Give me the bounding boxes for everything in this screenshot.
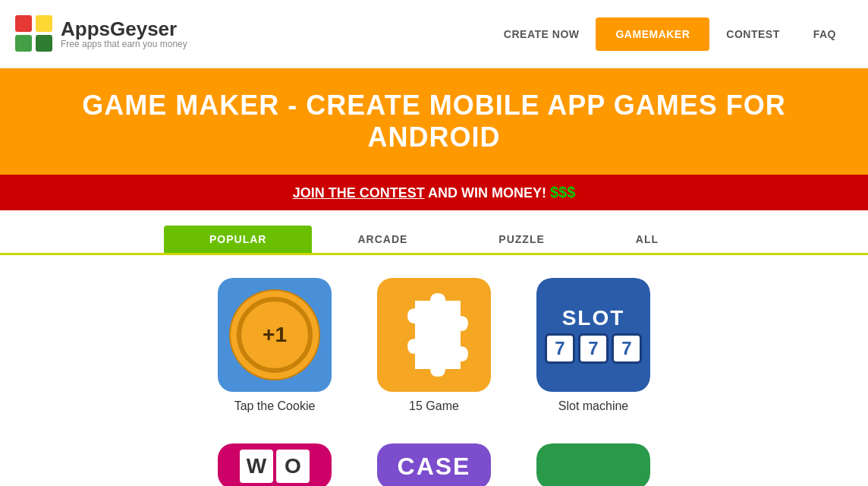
games-section: +1 Tap the Cookie 15 Game SLOT [0,255,868,486]
games-row-1: +1 Tap the Cookie 15 Game SLOT [61,278,807,413]
money-signs: $$$ [550,184,575,200]
hero-title: GAME MAKER - CREATE MOBILE APP GAMES FOR… [15,90,853,153]
game-icon-word: W O [218,443,332,486]
wo-bg: W O [218,443,332,486]
games-row-2: W O CASE [61,443,807,486]
logo: AppsGeyser Free apps that earn you money [15,15,187,53]
game-icon-fifteen [377,278,491,392]
tab-all[interactable]: ALL [590,226,704,253]
slot-num-3: 7 [612,333,642,364]
tab-arcade[interactable]: ARCADE [312,226,453,253]
nav-contest[interactable]: CONTEST [709,21,796,48]
slot-bg: SLOT 7 7 7 [536,278,650,392]
game-case[interactable]: CASE [377,443,491,486]
slot-numbers: 7 7 7 [545,333,642,364]
logo-square-dark-green [36,35,52,52]
game-title-tap-cookie: Tap the Cookie [234,399,316,413]
contest-bar: JOIN THE CONTEST AND WIN MONEY! $$$ [0,175,868,210]
slot-num-1: 7 [545,333,575,364]
game-slot-machine[interactable]: SLOT 7 7 7 Slot machine [536,278,650,413]
game-icon-tap-cookie: +1 [218,278,332,392]
wo-letter-o: O [276,450,310,483]
logo-square-red [15,15,32,32]
cookie-shape: +1 [237,297,313,373]
wo-letter-w: W [240,450,273,483]
game-tap-cookie[interactable]: +1 Tap the Cookie [218,278,332,413]
case-bg: CASE [377,443,491,486]
case-label: CASE [398,453,471,481]
logo-icon [15,15,53,53]
game-title-fifteen: 15 Game [409,399,459,413]
nav-create-now[interactable]: CREATE NOW [487,21,596,48]
logo-title: AppsGeyser [61,19,187,39]
game-tabs: POPULAR ARCADE PUZZLE ALL [0,210,868,255]
logo-square-yellow [36,15,52,32]
cookie-bg: +1 [218,278,332,392]
slot-num-2: 7 [578,333,609,364]
hero-banner: GAME MAKER - CREATE MOBILE APP GAMES FOR… [0,68,868,175]
puzzle-svg [392,293,476,377]
logo-subtitle: Free apps that earn you money [61,39,187,49]
tab-popular[interactable]: POPULAR [164,226,312,253]
main-nav: CREATE NOW GAMEMAKER CONTEST FAQ [487,8,853,60]
tab-puzzle[interactable]: PUZZLE [453,226,590,253]
contest-link[interactable]: JOIN THE CONTEST [293,185,425,200]
game-icon-case: CASE [377,443,491,486]
game-icon-slot: SLOT 7 7 7 [536,278,650,392]
game-icon-green [536,443,650,486]
puzzle-bg [377,278,491,392]
nav-faq[interactable]: FAQ [797,21,853,48]
logo-square-green [15,35,32,52]
game-title-slot: Slot machine [558,399,629,413]
cookie-plus: +1 [263,323,287,347]
logo-text: AppsGeyser Free apps that earn you money [61,19,187,49]
slot-label: SLOT [562,306,625,330]
game-green[interactable] [536,443,650,486]
game-word[interactable]: W O [218,443,332,486]
nav-gamemaker[interactable]: GAMEMAKER [596,17,709,51]
green-bg [536,443,650,486]
game-fifteen[interactable]: 15 Game [377,278,491,413]
contest-rest: AND WIN MONEY! [425,185,550,200]
header: AppsGeyser Free apps that earn you money… [0,0,868,68]
